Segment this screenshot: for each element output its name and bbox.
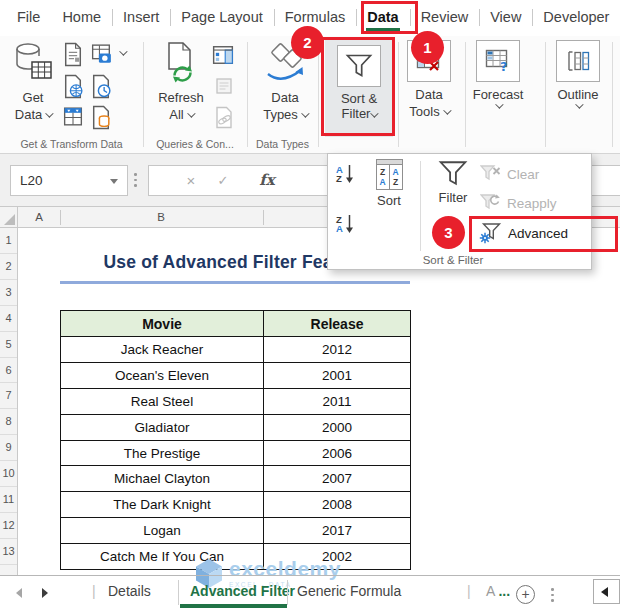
get-data-button[interactable]: Get Data: [6, 40, 60, 123]
table-cell[interactable]: Michael Clayton: [61, 466, 264, 492]
funnel-icon: [438, 159, 468, 188]
table-cell[interactable]: 2000: [264, 414, 411, 440]
existing-connections-icon[interactable]: [90, 105, 114, 129]
table-row: Jack Reacher2012: [61, 337, 411, 363]
table-cell[interactable]: Catch Me If You Can: [61, 544, 264, 570]
group-label-queries: Queries & Con...: [143, 138, 247, 150]
row-header-12[interactable]: 12: [0, 513, 17, 539]
new-sheet-button[interactable]: +: [516, 585, 535, 604]
tab-overflow-icon[interactable]: [551, 588, 554, 602]
table-cell[interactable]: The Prestige: [61, 440, 264, 466]
sort-dialog-button[interactable]: ZA AZ Sort: [366, 159, 412, 208]
edit-links-icon-disabled: [214, 106, 238, 130]
database-icon: [13, 40, 53, 89]
chevron-down-icon[interactable]: [119, 47, 127, 55]
outline-button[interactable]: Outline: [550, 40, 606, 109]
filter-label: Filter: [439, 190, 468, 205]
row-header-3[interactable]: 3: [0, 280, 17, 306]
group-separator: [143, 42, 144, 147]
column-header-a[interactable]: A: [35, 207, 43, 227]
forecast-icon: ?: [476, 40, 520, 82]
refresh-icon: [161, 40, 201, 89]
name-box-dropdown-icon[interactable]: [110, 179, 118, 184]
table-row: Catch Me If You Can2002: [61, 544, 411, 570]
from-web-icon[interactable]: [62, 74, 86, 98]
sheet-tab-details[interactable]: Details: [108, 583, 151, 599]
row-header-2[interactable]: 2: [0, 254, 17, 280]
sort-ascending-button[interactable]: AZ: [336, 164, 354, 184]
queries-connections-icon[interactable]: [212, 44, 236, 68]
next-sheet-icon[interactable]: [42, 588, 48, 598]
row-header-9[interactable]: 9: [0, 435, 17, 461]
clear-label: Clear: [507, 167, 539, 182]
group-separator: [247, 42, 248, 147]
table-cell[interactable]: The Dark Knight: [61, 492, 264, 518]
row-header-1[interactable]: 1: [0, 228, 17, 254]
table-cell[interactable]: 2007: [264, 466, 411, 492]
table-row: Real Steel2011: [61, 388, 411, 414]
svg-text:?: ?: [500, 59, 508, 73]
table-cell[interactable]: 2006: [264, 440, 411, 466]
horizontal-scrollbar-left[interactable]: [593, 579, 620, 604]
sort-descending-button[interactable]: ZA: [336, 214, 354, 234]
ribbon-tab-review[interactable]: Review: [410, 0, 480, 36]
annotation-box-advanced: [469, 216, 618, 252]
forecast-button[interactable]: ? Forecast: [470, 40, 526, 109]
table-cell[interactable]: 2017: [264, 518, 411, 544]
table-cell[interactable]: 2002: [264, 544, 411, 570]
row-header-11[interactable]: 11: [0, 487, 17, 513]
prev-sheet-icon[interactable]: [16, 588, 22, 598]
column-header-b[interactable]: B: [157, 207, 165, 227]
insert-function-icon[interactable]: fx: [256, 166, 278, 195]
cancel-icon[interactable]: ×: [180, 166, 202, 195]
outline-icon: [556, 40, 600, 82]
row-header-4[interactable]: 4: [0, 306, 17, 332]
table-cell[interactable]: Jack Reacher: [61, 337, 264, 363]
table-cell[interactable]: Real Steel: [61, 388, 264, 414]
group-separator: [398, 42, 399, 147]
ribbon-tab-developer[interactable]: Developer: [532, 0, 620, 36]
sort-filter-dropdown: AZ ZA AZ Sort ZA Filter Clear: [327, 153, 592, 270]
refresh-all-button[interactable]: Refresh All: [152, 40, 210, 123]
table-cell[interactable]: Logan: [61, 518, 264, 544]
row-header-5[interactable]: 5: [0, 332, 17, 358]
enter-icon[interactable]: ✓: [212, 166, 234, 195]
row-header-13[interactable]: 13: [0, 539, 17, 565]
chevron-down-icon: [187, 109, 195, 117]
table-cell[interactable]: 2011: [264, 388, 411, 414]
table-header-movie[interactable]: Movie: [61, 311, 264, 337]
excel-window: FileHomeInsertPage LayoutFormulasDataRev…: [0, 0, 620, 609]
data-tools-label-2: Tools: [409, 103, 439, 120]
sheet-tab-partial[interactable]: A ...: [486, 583, 510, 599]
sheet-tab-advanced-filter[interactable]: Advanced Filter: [190, 583, 295, 599]
reapply-menu-item: Reapply: [480, 194, 557, 212]
ribbon-tab-file[interactable]: File: [6, 0, 51, 36]
table-cell[interactable]: 2008: [264, 492, 411, 518]
from-table-range-icon[interactable]: [62, 105, 86, 129]
ribbon-tab-insert[interactable]: Insert: [112, 0, 170, 36]
row-header-10[interactable]: 10: [0, 461, 17, 487]
table-cell[interactable]: 2001: [264, 362, 411, 388]
table-row: Ocean's Eleven2001: [61, 362, 411, 388]
splitter-handle[interactable]: [134, 173, 137, 187]
from-text-csv-icon[interactable]: [62, 42, 86, 66]
table-header-release[interactable]: Release: [264, 311, 411, 337]
row-header-7[interactable]: 7: [0, 383, 17, 409]
row-header-6[interactable]: 6: [0, 358, 17, 384]
table-row: The Prestige2006: [61, 440, 411, 466]
table-cell[interactable]: Gladiator: [61, 414, 264, 440]
recent-sources-icon[interactable]: [90, 74, 114, 98]
refresh-all-label-1: Refresh: [158, 89, 204, 106]
ribbon-tab-home[interactable]: Home: [51, 0, 112, 36]
select-all-button[interactable]: [0, 207, 18, 227]
row-header-8[interactable]: 8: [0, 409, 17, 435]
name-box[interactable]: L20: [10, 165, 128, 196]
filter-button[interactable]: Filter: [429, 159, 477, 205]
row-headers[interactable]: 12345678910111213: [0, 228, 18, 575]
ribbon-tab-page-layout[interactable]: Page Layout: [170, 0, 273, 36]
table-cell[interactable]: Ocean's Eleven: [61, 362, 264, 388]
ribbon-tab-view[interactable]: View: [479, 0, 532, 36]
table-cell[interactable]: 2012: [264, 337, 411, 363]
from-picture-icon[interactable]: [90, 42, 114, 66]
sheet-tab-generic-formula[interactable]: Generic Formula: [297, 583, 401, 599]
